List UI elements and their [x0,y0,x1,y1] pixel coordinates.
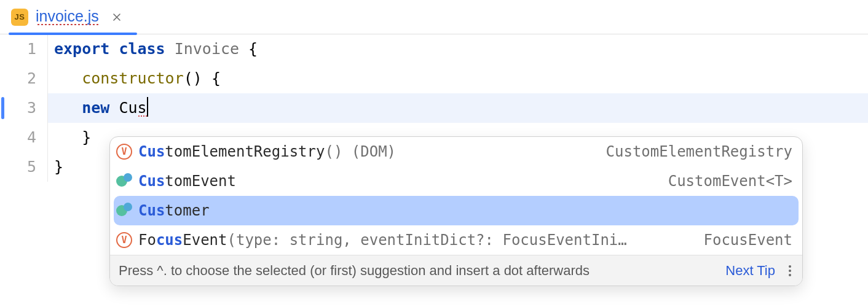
class-icon [116,203,132,219]
completion-item-selected[interactable]: Customer [114,196,799,225]
class-icon [116,173,132,189]
more-options-icon[interactable] [786,263,794,279]
completion-type: FocusEvent [704,231,793,249]
completion-footer: Press ^. to choose the selected (or firs… [110,255,802,286]
line-number: 2 [0,64,36,93]
line-number: 3 [0,93,36,123]
completion-item[interactable]: V FocusEvent(type: string, eventInitDict… [110,225,802,255]
line-number-gutter: 1 2 3 4 5 [0,34,48,182]
code-line: export class Invoice { [54,34,868,64]
tab-invoice-js[interactable]: JS invoice.js [9,0,131,34]
completion-item[interactable]: CustomEvent CustomEvent<T> [110,166,802,196]
tab-filename: invoice.js [36,7,99,26]
footer-tip-text: Press ^. to choose the selected (or firs… [119,263,714,279]
close-tab-icon[interactable] [111,12,122,23]
code-line-active: new Cus [48,93,868,123]
line-number: 1 [0,34,36,64]
completion-type: CustomElementRegistry [606,143,792,160]
text-cursor [147,97,148,117]
code-line: constructor() { [54,64,868,93]
variable-icon: V [116,232,132,248]
line-number: 5 [0,152,36,182]
completion-type: CustomEvent<T> [668,173,792,190]
variable-icon: V [116,144,132,160]
code-completion-popup: V CustomElementRegistry() (DOM) CustomEl… [109,136,803,286]
next-tip-link[interactable]: Next Tip [725,263,775,279]
javascript-file-icon: JS [11,9,28,26]
completion-item[interactable]: V CustomElementRegistry() (DOM) CustomEl… [110,137,802,166]
line-number: 4 [0,123,36,152]
editor-tab-bar: JS invoice.js [0,0,868,34]
